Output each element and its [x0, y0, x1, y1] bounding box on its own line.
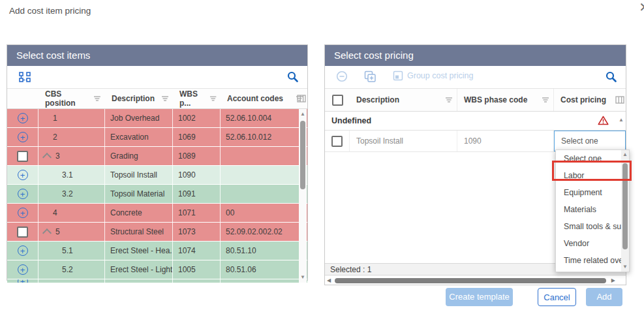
add-plus-icon[interactable]: + — [18, 245, 28, 256]
column-header-description[interactable]: Description — [105, 89, 173, 108]
create-template-button[interactable]: Create template — [446, 288, 513, 306]
column-header-description[interactable]: Description — [350, 89, 457, 111]
table-row[interactable]: + 3.2 Topsoil Material 1091 — [7, 185, 307, 204]
cost-items-table: + 1 Job Overhead 1002 52.06.10.004 + 2 E… — [7, 109, 307, 283]
copy-add-icon[interactable] — [364, 71, 376, 83]
table-row[interactable]: + 3.1 Topsoil Install 1090 — [7, 166, 307, 185]
add-plus-icon[interactable]: + — [18, 189, 28, 199]
add-cost-item-pricing-dialog: Add cost item pricing ✕ Select cost item… — [0, 0, 644, 314]
add-plus-icon[interactable]: + — [18, 170, 28, 180]
add-plus-icon[interactable]: + — [18, 208, 28, 218]
panel-title: Select cost pricing — [325, 45, 626, 66]
scroll-up-icon[interactable]: ▲ — [619, 117, 624, 123]
scroll-up-icon[interactable]: ▲ — [621, 151, 629, 159]
row-checkbox[interactable] — [17, 227, 28, 238]
panel-title: Select cost items — [7, 45, 307, 66]
filter-icon — [542, 97, 549, 103]
select-cost-items-panel: Select cost items — [7, 44, 308, 281]
scroll-down-icon[interactable]: ▼ — [621, 263, 629, 271]
cost-items-toolbar — [7, 66, 307, 89]
add-button[interactable]: Add — [586, 288, 622, 306]
filter-icon — [93, 95, 101, 102]
cost-items-header-row: CBS position Description WBS p... Accoun… — [7, 89, 307, 109]
scroll-right-icon[interactable]: ▶ — [611, 277, 615, 283]
remove-circle-icon[interactable] — [336, 71, 348, 82]
collapse-icon[interactable] — [42, 228, 52, 237]
table-row[interactable]: + — [7, 279, 307, 283]
cost-pricing-toolbar: Group cost pricing — [325, 66, 626, 89]
column-chooser-icon[interactable] — [615, 96, 624, 104]
cost-pricing-header-row: Description WBS phase code Cost pricing — [325, 89, 626, 112]
scroll-down-icon[interactable]: ▼ — [299, 274, 307, 281]
scrollbar-thumb[interactable] — [335, 278, 606, 283]
add-plus-icon[interactable]: + — [18, 279, 28, 283]
table-row[interactable]: 3 Grading 1089 — [7, 147, 307, 166]
group-icon — [393, 71, 403, 81]
column-header-wbs-phase-code[interactable]: WBS phase code — [457, 89, 554, 111]
scroll-up-icon[interactable]: ▲ — [299, 110, 307, 118]
cancel-button[interactable]: Cancel — [538, 288, 576, 306]
row-checkbox[interactable] — [331, 136, 343, 147]
filter-icon — [161, 95, 169, 102]
table-row[interactable]: 5 Structural Steel 1073 52.09.02.002.02 — [7, 223, 307, 242]
table-row[interactable]: + 1 Job Overhead 1002 52.06.10.004 — [7, 109, 307, 128]
dropdown-option[interactable]: Small tools & su... — [556, 218, 629, 235]
add-plus-icon[interactable]: + — [18, 113, 28, 123]
column-chooser-icon[interactable] — [297, 95, 306, 102]
table-row[interactable]: + 4 Concrete 1071 00 — [7, 204, 307, 223]
column-header-wbs[interactable]: WBS p... — [173, 89, 221, 108]
dialog-title: Add cost item pricing — [9, 6, 91, 16]
search-icon[interactable] — [606, 71, 617, 82]
dropdown-option[interactable]: Equipment — [556, 184, 629, 201]
group-row-undefined[interactable]: Undefined — [325, 112, 626, 131]
column-header-cbs[interactable]: CBS position — [38, 89, 105, 108]
close-icon[interactable]: ✕ — [639, 0, 644, 15]
collapse-icon[interactable] — [42, 152, 52, 161]
vertical-scrollbar[interactable]: ▲ ▼ — [299, 109, 307, 283]
row-checkbox[interactable] — [17, 151, 28, 162]
scroll-left-icon[interactable]: ◀ — [327, 277, 331, 283]
table-row[interactable]: + 2 Excavation 1069 52.06.10.012 — [7, 128, 307, 147]
annotation-highlight-box — [552, 161, 632, 181]
column-header-account-codes[interactable]: Account codes — [221, 89, 307, 108]
add-plus-icon[interactable]: + — [18, 132, 28, 142]
dropdown-option[interactable]: Time related ove... — [556, 252, 629, 269]
horizontal-scrollbar[interactable]: ◀ ▶ — [325, 276, 626, 285]
cost-pricing-select[interactable]: Select one — [554, 131, 626, 151]
cbs-structure-icon[interactable] — [19, 72, 31, 82]
filter-icon — [209, 95, 217, 102]
add-plus-icon[interactable]: + — [18, 264, 28, 275]
table-row[interactable]: + 5.2 Erect Steel - Light 1005 80.51.06 — [7, 260, 307, 279]
search-icon[interactable] — [287, 71, 298, 82]
select-all-checkbox[interactable] — [332, 95, 343, 106]
dropdown-option[interactable]: Materials — [556, 201, 629, 218]
filter-icon — [445, 97, 453, 103]
warning-icon — [598, 116, 609, 125]
table-row[interactable]: + 5.1 Erect Steel - Hea... 1074 80.51.10 — [7, 242, 307, 260]
dropdown-option[interactable]: Vendor — [556, 235, 629, 252]
group-cost-pricing-button[interactable]: Group cost pricing — [393, 71, 473, 81]
scrollbar-thumb[interactable] — [300, 121, 305, 189]
